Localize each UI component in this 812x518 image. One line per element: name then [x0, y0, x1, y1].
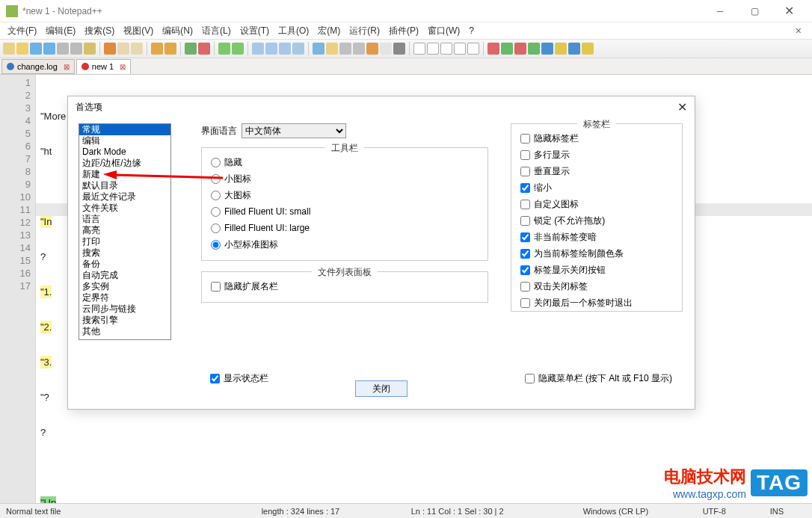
- menu-window[interactable]: 窗口(W): [423, 23, 464, 39]
- cat-defaultdir[interactable]: 默认目录: [79, 180, 170, 191]
- zoomin-icon[interactable]: [218, 43, 230, 55]
- menu-edit[interactable]: 编辑(E): [41, 23, 80, 39]
- menu-view[interactable]: 视图(V): [119, 23, 158, 39]
- saveall-icon[interactable]: [43, 43, 55, 55]
- indent-icon[interactable]: [313, 43, 325, 55]
- savemacro-icon[interactable]: [467, 43, 479, 55]
- sync-h-icon[interactable]: [265, 43, 277, 55]
- tab-new1[interactable]: new 1 ⊠: [76, 59, 131, 74]
- save-icon[interactable]: [30, 43, 42, 55]
- cat-multiinst[interactable]: 多实例: [79, 281, 170, 292]
- tab-opt-6[interactable]: [520, 232, 530, 242]
- close-button[interactable]: 关闭: [355, 380, 407, 397]
- tab-opt-7[interactable]: [520, 249, 530, 259]
- tool-y1-icon[interactable]: [555, 43, 567, 55]
- tool-g2-icon[interactable]: [528, 43, 540, 55]
- tab-close-icon[interactable]: ⊠: [64, 63, 70, 71]
- tab-opt-10[interactable]: [520, 298, 530, 308]
- hide-menubar-check[interactable]: [525, 374, 535, 383]
- show-statusbar-check[interactable]: [210, 374, 220, 383]
- cat-margins[interactable]: 边距/边框/边缘: [79, 158, 170, 169]
- cat-general[interactable]: 常规: [79, 124, 170, 135]
- lang-select[interactable]: 中文简体: [242, 123, 346, 138]
- tab-opt-8[interactable]: [520, 265, 530, 275]
- tb-ffl-radio[interactable]: [211, 223, 221, 233]
- menu-close-x[interactable]: ×: [788, 25, 809, 37]
- tab-opt-0[interactable]: [520, 134, 530, 144]
- tab-changelog[interactable]: change.log ⊠: [1, 59, 75, 74]
- tab-opt-2[interactable]: [520, 167, 530, 176]
- menu-encoding[interactable]: 编码(N): [158, 23, 197, 39]
- undo-icon[interactable]: [151, 43, 163, 55]
- replace-icon[interactable]: [198, 43, 210, 55]
- hideext-check[interactable]: [211, 282, 221, 292]
- funclist-icon[interactable]: [366, 43, 378, 55]
- tool-b1-icon[interactable]: [541, 43, 553, 55]
- menu-tools[interactable]: 工具(O): [274, 23, 313, 39]
- tool-g1-icon[interactable]: [501, 43, 513, 55]
- closeall-icon[interactable]: [70, 43, 82, 55]
- tab-opt-1[interactable]: [520, 150, 530, 160]
- new-icon[interactable]: [3, 43, 15, 55]
- close-button[interactable]: ✕: [772, 0, 806, 22]
- category-list[interactable]: 常规 编辑 Dark Mode 边距/边框/边缘 新建 默认目录 最近文件记录 …: [79, 123, 171, 340]
- menu-help[interactable]: ?: [464, 24, 479, 37]
- cut-icon[interactable]: [104, 43, 116, 55]
- cat-search[interactable]: 搜索: [79, 247, 170, 259]
- tool-r2-icon[interactable]: [514, 43, 526, 55]
- doclist-icon[interactable]: [353, 43, 365, 55]
- cat-delimiter[interactable]: 定界符: [79, 292, 170, 303]
- menu-file[interactable]: 文件(F): [3, 23, 41, 39]
- cat-recent[interactable]: 最近文件记录: [79, 191, 170, 203]
- tb-hide-radio[interactable]: [211, 158, 221, 167]
- maximize-button[interactable]: ▢: [737, 0, 772, 22]
- cat-backup[interactable]: 备份: [79, 259, 170, 270]
- tab-opt-3[interactable]: [520, 183, 530, 193]
- zoomout-icon[interactable]: [232, 43, 244, 55]
- redo-icon[interactable]: [164, 43, 176, 55]
- minimize-button[interactable]: ─: [703, 0, 737, 22]
- wrap-icon[interactable]: [279, 43, 291, 55]
- cat-new[interactable]: 新建: [79, 169, 170, 180]
- open-icon[interactable]: [16, 43, 28, 55]
- cat-highlight[interactable]: 高亮: [79, 225, 170, 236]
- print-icon[interactable]: [84, 43, 96, 55]
- cat-language[interactable]: 语言: [79, 214, 170, 225]
- tool-b2-icon[interactable]: [568, 43, 580, 55]
- close-icon[interactable]: [57, 43, 69, 55]
- menu-run[interactable]: 运行(R): [345, 23, 384, 39]
- tab-opt-4[interactable]: [520, 200, 530, 209]
- cat-print[interactable]: 打印: [79, 236, 170, 247]
- menu-macro[interactable]: 宏(M): [313, 23, 345, 39]
- stop-icon[interactable]: [427, 43, 439, 55]
- copy-icon[interactable]: [117, 43, 129, 55]
- tool-a-icon[interactable]: [393, 43, 405, 55]
- tab-opt-9[interactable]: [520, 282, 530, 292]
- record-icon[interactable]: [413, 43, 425, 55]
- tab-close-icon[interactable]: ⊠: [120, 63, 126, 71]
- tool-r1-icon[interactable]: [487, 43, 499, 55]
- sync-v-icon[interactable]: [252, 43, 264, 55]
- cat-cloud[interactable]: 云同步与链接: [79, 303, 170, 315]
- find-icon[interactable]: [185, 43, 197, 55]
- menu-search[interactable]: 搜索(S): [80, 23, 119, 39]
- tb-std-radio[interactable]: [211, 240, 221, 250]
- cat-other[interactable]: 其他: [79, 326, 170, 337]
- allchars-icon[interactable]: [292, 43, 304, 55]
- menu-settings[interactable]: 设置(T): [236, 23, 274, 39]
- play-icon[interactable]: [440, 43, 452, 55]
- tab-opt-5[interactable]: [520, 216, 530, 226]
- cat-autocomplete[interactable]: 自动完成: [79, 270, 170, 281]
- menu-language[interactable]: 语言(L): [197, 23, 236, 39]
- playmulti-icon[interactable]: [454, 43, 466, 55]
- menu-plugins[interactable]: 插件(P): [384, 23, 423, 39]
- cat-fileassoc[interactable]: 文件关联: [79, 203, 170, 214]
- tool-y2-icon[interactable]: [582, 43, 594, 55]
- tb-small-radio[interactable]: [211, 174, 221, 184]
- cat-edit[interactable]: 编辑: [79, 135, 170, 147]
- cat-searchengine[interactable]: 搜索引擎: [79, 315, 170, 326]
- dialog-close-icon[interactable]: ✕: [677, 100, 687, 114]
- monitor-icon[interactable]: [380, 43, 392, 55]
- paste-icon[interactable]: [131, 43, 143, 55]
- folder-icon[interactable]: [326, 43, 338, 55]
